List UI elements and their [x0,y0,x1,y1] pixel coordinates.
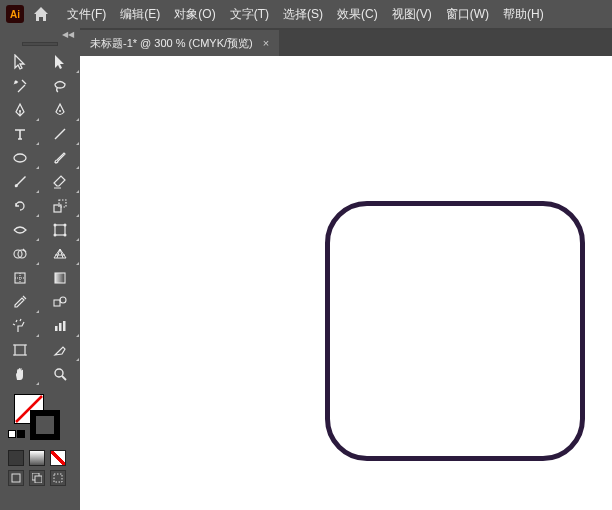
svg-rect-28 [54,474,62,482]
svg-rect-19 [59,323,62,331]
menu-edit[interactable]: 编辑(E) [113,6,167,23]
menu-effect[interactable]: 效果(C) [330,6,385,23]
blend-tool[interactable] [40,290,80,314]
color-mode-row [0,446,80,470]
eraser-tool[interactable] [40,170,80,194]
magic-wand-tool[interactable] [0,74,40,98]
draw-behind-icon[interactable] [29,470,45,486]
svg-point-11 [64,234,67,237]
color-solid-icon[interactable] [8,450,24,466]
svg-rect-6 [59,200,66,207]
home-icon[interactable] [32,5,50,23]
selection-tool[interactable] [0,50,40,74]
draw-normal-icon[interactable] [8,470,24,486]
default-swap-icon[interactable] [8,430,25,438]
lasso-tool[interactable] [40,74,80,98]
shaper-tool[interactable] [0,170,40,194]
menu-file[interactable]: 文件(F) [60,6,113,23]
menubar: Ai 文件(F) 编辑(E) 对象(O) 文字(T) 选择(S) 效果(C) 视… [0,0,612,28]
svg-line-23 [62,376,66,380]
shape-builder-tool[interactable] [0,242,40,266]
menu-type[interactable]: 文字(T) [223,6,276,23]
app-logo: Ai [6,5,24,23]
panel-collapse-icon[interactable]: ◀◀ [0,28,80,40]
slice-tool[interactable] [40,338,80,362]
zoom-tool[interactable] [40,362,80,386]
menu-select[interactable]: 选择(S) [276,6,330,23]
hand-tool[interactable] [0,362,40,386]
svg-point-22 [55,369,63,377]
ellipse-tool[interactable] [0,146,40,170]
width-tool[interactable] [0,218,40,242]
column-graph-tool[interactable] [40,314,80,338]
menu-help[interactable]: 帮助(H) [496,6,551,23]
svg-rect-18 [55,326,58,331]
draw-mode-row [0,470,80,490]
rounded-rectangle-shape[interactable] [325,201,585,461]
svg-line-3 [55,129,65,139]
document-tabs: 未标题-1* @ 300 % (CMYK/预览) × [80,30,612,56]
panel-grip[interactable] [22,42,58,46]
svg-point-10 [54,234,57,237]
svg-point-9 [64,224,67,227]
close-icon[interactable]: × [263,37,269,49]
canvas[interactable] [80,56,612,510]
paintbrush-tool[interactable] [40,146,80,170]
svg-rect-5 [54,205,61,212]
color-none-icon[interactable] [50,450,66,466]
draw-inside-icon[interactable] [50,470,66,486]
svg-rect-25 [12,474,20,482]
menu-window[interactable]: 窗口(W) [439,6,496,23]
svg-rect-27 [35,476,42,483]
svg-rect-16 [54,300,60,306]
tools-panel: ◀◀ [0,28,80,510]
curvature-tool[interactable] [40,98,80,122]
svg-point-17 [60,297,66,303]
svg-point-8 [54,224,57,227]
svg-rect-20 [63,321,66,331]
gradient-tool[interactable] [40,266,80,290]
stroke-swatch[interactable] [30,410,60,440]
svg-point-4 [14,154,26,162]
mesh-tool[interactable] [0,266,40,290]
fill-stroke-swatch[interactable] [0,392,80,446]
rotate-tool[interactable] [0,194,40,218]
tab-title: 未标题-1* @ 300 % (CMYK/预览) [90,36,253,51]
scale-tool[interactable] [40,194,80,218]
document-tab[interactable]: 未标题-1* @ 300 % (CMYK/预览) × [80,30,279,56]
svg-rect-15 [55,273,65,283]
eyedropper-tool[interactable] [0,290,40,314]
svg-point-1 [19,110,21,112]
menu-view[interactable]: 视图(V) [385,6,439,23]
svg-point-0 [15,81,18,84]
svg-rect-21 [15,345,25,355]
menu-object[interactable]: 对象(O) [167,6,222,23]
free-transform-tool[interactable] [40,218,80,242]
perspective-grid-tool[interactable] [40,242,80,266]
artboard-tool[interactable] [0,338,40,362]
svg-rect-7 [55,225,65,235]
type-tool[interactable] [0,122,40,146]
direct-selection-tool[interactable] [40,50,80,74]
symbol-sprayer-tool[interactable] [0,314,40,338]
pen-tool[interactable] [0,98,40,122]
line-segment-tool[interactable] [40,122,80,146]
svg-point-2 [59,110,61,112]
color-gradient-icon[interactable] [29,450,45,466]
